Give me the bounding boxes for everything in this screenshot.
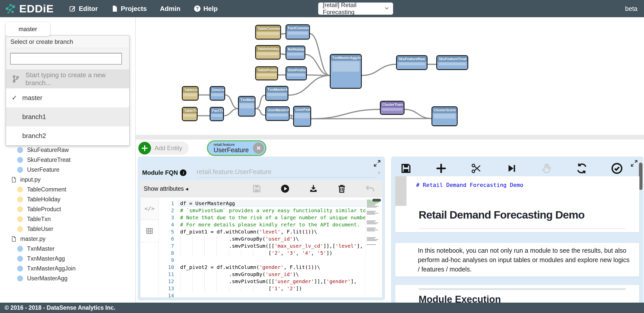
main-area: TableCommentFactCommentTableHolidayRefHo…	[136, 17, 644, 303]
line-number: 3	[159, 214, 178, 221]
tree-item-tableholiday[interactable]: TableHoliday	[0, 194, 132, 204]
graph-node-clustertrain[interactable]: ClusterTrain	[380, 101, 404, 115]
tree-item-usermasteragg[interactable]: UserMasterAgg	[0, 273, 132, 283]
notebook-scrollbar-thumb[interactable]	[639, 163, 642, 190]
module-fqn-value[interactable]: retail.feature.UserFeature	[197, 168, 376, 178]
project-selector-dropdown[interactable]: [retail] Retail Forecasting	[318, 3, 393, 15]
close-icon[interactable]: ×	[253, 143, 264, 154]
download-icon[interactable]	[309, 184, 318, 193]
graph-node-tableuser[interactable]: TableUser	[182, 86, 199, 101]
graph-node-label: TableUser	[183, 87, 198, 93]
tree-item-tablecomment[interactable]: TableComment	[0, 185, 132, 194]
graph-node-usermasteragg[interactable]: UserMasterAgg	[265, 106, 290, 121]
graph-node-txnmaster[interactable]: TxnMaster	[238, 96, 255, 116]
tree-item-tableproduct[interactable]: TableProduct	[0, 204, 132, 214]
tree-item-txnmasteraggjoin[interactable]: TxnMasterAggJoin	[0, 264, 132, 273]
run-icon[interactable]	[280, 184, 290, 193]
edge-ClusterTrain-to-ClusterScore	[404, 109, 432, 119]
notebook-cell-module-execution[interactable]: Module Execution	[395, 285, 639, 303]
graph-node-dimuser[interactable]: DimUser	[210, 86, 225, 101]
tree-item-master-py[interactable]: master.py	[0, 234, 132, 244]
tree-item-skufeatureraw[interactable]: SkuFeatureRaw	[0, 145, 132, 155]
info-icon[interactable]: i	[180, 169, 186, 176]
tree-item-input-py[interactable]: input.py	[0, 175, 132, 185]
nav-item-projects[interactable]: Projects	[111, 5, 147, 13]
graph-node-tableproduct[interactable]: TableProduct	[255, 66, 278, 80]
expand-icon[interactable]	[373, 160, 381, 167]
table-view-icon[interactable]	[140, 220, 159, 242]
cell-source-code[interactable]: # Retail Demand Forecasting Demo	[416, 182, 523, 188]
graph-node-userfeature[interactable]: UserFeature	[293, 106, 311, 127]
graph-node-tableholiday[interactable]: TableHoliday	[255, 45, 281, 60]
code-editor[interactable]: </> 1234567891011121314 df = UserMasterA…	[140, 197, 382, 298]
tree-item-txnmaster[interactable]: TxnMaster	[0, 244, 132, 254]
branch-input-row	[6, 48, 129, 70]
edge-UserFeature-to-ClusterTrain	[311, 109, 380, 119]
add-entity-button[interactable]: Add Entity	[139, 142, 189, 155]
branch-tab[interactable]: master	[6, 22, 50, 36]
graph-node-facttxn[interactable]: FactTxn	[210, 107, 224, 121]
nav-item-help[interactable]: ?Help	[194, 5, 218, 13]
graph-node-txnmasteraggjoin[interactable]: TxnMasterAggJoin	[330, 54, 362, 89]
notebook-cell-description[interactable]: In this notebook, you can not only run a…	[395, 243, 639, 277]
minimap-line	[367, 230, 378, 230]
graph-horizontal-scrollbar[interactable]	[136, 135, 644, 140]
validate-icon[interactable]	[611, 163, 623, 174]
show-attributes-toggle[interactable]: Show attributes ◀	[144, 185, 188, 192]
tree-item-tableuser[interactable]: TableUser	[0, 224, 132, 234]
graph-node-skufeaturetreat[interactable]: SkuFeatureTreat	[436, 55, 468, 70]
nav-item-admin[interactable]: Admin	[160, 5, 180, 13]
run-cell-icon[interactable]	[506, 163, 517, 174]
code-line-13: ['1', '2'])	[178, 285, 365, 292]
app-logo[interactable]: EDDiE	[19, 3, 54, 15]
branch-create-hint[interactable]: Start typing to create a new branch...	[6, 70, 129, 88]
pipeline-graph[interactable]: TableCommentFactCommentTableHolidayRefHo…	[136, 17, 644, 135]
nav-item-editor[interactable]: Editor	[69, 5, 98, 13]
tree-item-skufeaturetreat[interactable]: SkuFeatureTreat	[0, 155, 132, 165]
caret-down-icon[interactable]: ▾	[378, 170, 380, 176]
branch-input[interactable]	[10, 53, 122, 65]
tree-item-label: TxnMasterAgg	[27, 255, 65, 262]
branch-option-master[interactable]: ✓master	[6, 88, 129, 107]
graph-node-skufeatureraw[interactable]: SkuFeatureRaw	[396, 55, 427, 70]
branch-option-label: branch1	[22, 113, 46, 121]
graph-node-tablecomment[interactable]: TableComment	[255, 25, 281, 40]
delete-icon[interactable]	[337, 184, 347, 193]
tree-item-tabletxn[interactable]: TableTxn	[0, 214, 132, 224]
branch-option-branch2[interactable]: branch2	[6, 126, 129, 145]
expand-icon[interactable]	[630, 160, 638, 167]
tree-item-txnmasteragg[interactable]: TxnMasterAgg	[0, 254, 132, 264]
graph-node-factcomment[interactable]: FactComment	[286, 24, 310, 40]
code-glyph: </>	[144, 205, 155, 212]
undo-icon[interactable]	[365, 184, 375, 193]
line-number: 13	[159, 285, 178, 292]
branch-option-branch1[interactable]: branch1	[6, 107, 129, 126]
tree-item-label: TableProduct	[27, 206, 61, 213]
graph-node-tabletxn[interactable]: TableTxn	[182, 107, 198, 121]
line-number-gutter: 1234567891011121314	[159, 197, 178, 298]
code-minimap[interactable]	[365, 197, 382, 298]
entity-tab-userfeature[interactable]: retail.feature UserFeature ×	[207, 140, 266, 156]
graph-node-txnmasteragg[interactable]: TxnMasterAgg	[265, 86, 288, 101]
interrupt-icon[interactable]	[541, 163, 552, 174]
minimap-line	[367, 221, 376, 221]
tree-item-userfeature[interactable]: UserFeature	[0, 165, 132, 175]
graph-node-clusterscore[interactable]: ClusterScore	[432, 106, 458, 126]
code-line-11: .smvGroupBy('user_id')\	[178, 271, 365, 278]
code-area[interactable]: df = UserMasterAgg# `smvPivotSum` provid…	[178, 197, 365, 298]
code-view-icon[interactable]: </>	[140, 197, 159, 220]
line-number: 11	[159, 271, 178, 278]
save-icon[interactable]	[252, 184, 262, 193]
graph-node-body	[397, 62, 427, 69]
save-notebook-icon[interactable]	[400, 163, 412, 174]
footer: © 2016 - 2018 - DataSense Analytics Inc.	[0, 303, 644, 313]
restart-kernel-icon[interactable]	[576, 163, 588, 174]
git-branch-icon	[12, 75, 20, 83]
cut-cell-icon[interactable]	[470, 163, 482, 174]
minimap-line	[367, 228, 376, 228]
minimap-gap	[366, 208, 382, 210]
graph-node-dimproduct[interactable]: DimProduct	[286, 66, 307, 80]
notebook-cell-markdown-title[interactable]: # Retail Demand Forecasting Demo Retail …	[395, 176, 639, 232]
graph-node-refholiday[interactable]: RefHoliday	[286, 46, 305, 60]
add-cell-icon[interactable]	[435, 163, 447, 174]
